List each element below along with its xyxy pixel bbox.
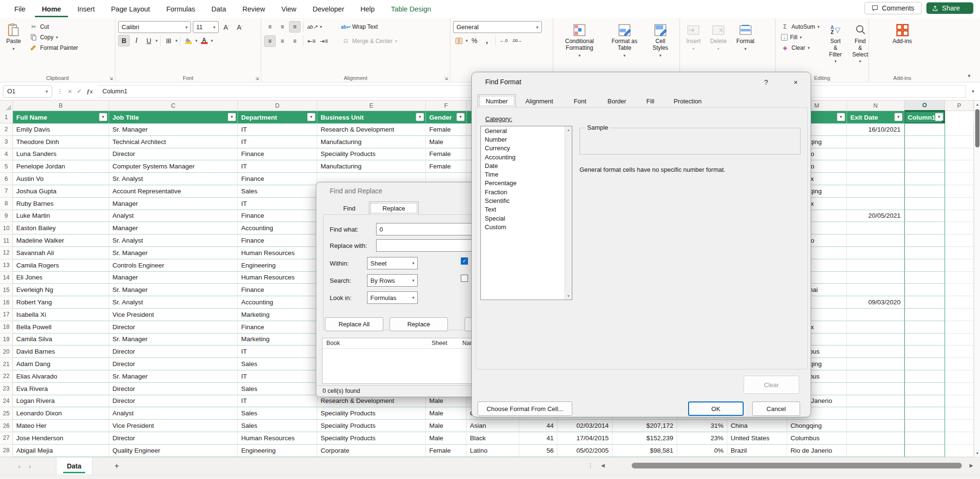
filter-dropdown-icon[interactable]: ▼: [894, 113, 902, 121]
cell-col1-18[interactable]: [904, 321, 945, 334]
collapse-ribbon-icon[interactable]: ▾: [968, 73, 970, 79]
table-header-name[interactable]: Full Name▼: [13, 111, 109, 123]
cell-dept-5[interactable]: IT: [238, 160, 317, 173]
accounting-chevron-icon[interactable]: ▾: [466, 38, 468, 43]
cell-job-20[interactable]: Director: [109, 345, 238, 358]
category-item-custom[interactable]: Custom: [481, 223, 565, 231]
align-left-icon[interactable]: ≡: [264, 35, 276, 47]
cell-bonus-27[interactable]: 23%: [677, 432, 727, 445]
cell-job-13[interactable]: Controls Engineer: [109, 259, 238, 272]
cell-salary-26[interactable]: $207,172: [612, 420, 677, 432]
font-dialog-launcher-icon[interactable]: ⇲: [255, 76, 259, 81]
hscroll-left-icon[interactable]: ◀: [601, 463, 605, 468]
cell-p-13[interactable]: [945, 259, 974, 272]
cell-p-16[interactable]: [945, 296, 974, 309]
cell-col1-23[interactable]: [904, 383, 945, 395]
row-header-12[interactable]: 12: [0, 247, 13, 259]
format-tab-protection[interactable]: Protection: [665, 94, 710, 108]
filter-dropdown-icon[interactable]: ▼: [228, 113, 236, 121]
cell-dept-20[interactable]: IT: [238, 345, 317, 358]
tab-find[interactable]: Find: [330, 201, 369, 215]
filter-dropdown-icon[interactable]: ▼: [307, 113, 315, 121]
cell-ethnicity-27[interactable]: Black: [467, 432, 519, 445]
cell-country-27[interactable]: United States: [727, 432, 787, 445]
cell-col1-9[interactable]: [904, 210, 945, 223]
cell-styles-button[interactable]: Cell Styles▾: [646, 21, 675, 60]
cell-job-14[interactable]: Manager: [109, 272, 238, 284]
cell-name-2[interactable]: Emily Davis: [13, 123, 109, 136]
row-header-15[interactable]: 15: [0, 284, 13, 296]
cell-hire_date-27[interactable]: 17/04/2015: [557, 432, 612, 445]
format-as-table-button[interactable]: Format as Table▾: [606, 21, 643, 60]
cell-exit_date-20[interactable]: [847, 345, 904, 358]
horizontal-scroll-thumb[interactable]: [632, 463, 962, 468]
accounting-format-icon[interactable]: $: [453, 35, 465, 46]
cell-exit_date-4[interactable]: [847, 148, 904, 161]
row-header-9[interactable]: 9: [0, 210, 13, 223]
format-tab-alignment[interactable]: Alignment: [517, 94, 562, 108]
cell-exit_date-2[interactable]: 16/10/2021: [847, 123, 904, 136]
category-item-fraction[interactable]: Fraction: [481, 188, 565, 196]
row-header-16[interactable]: 16: [0, 296, 13, 309]
category-item-text[interactable]: Text: [481, 205, 565, 214]
cell-col1-5[interactable]: [904, 160, 945, 173]
cell-col1-24[interactable]: [904, 395, 945, 408]
cell-exit_date-9[interactable]: 20/05/2021: [847, 210, 904, 223]
category-item-scientific[interactable]: Scientific: [481, 196, 565, 205]
copy-button[interactable]: Copy▾: [27, 33, 80, 42]
cell-gender-5[interactable]: Female: [426, 160, 467, 173]
addins-button[interactable]: Add-ins: [889, 21, 915, 47]
cell-job-2[interactable]: Sr. Manager: [109, 123, 238, 136]
share-chevron-icon[interactable]: ▾: [965, 6, 968, 11]
table-header-job[interactable]: Job Title▼: [109, 111, 238, 123]
cell-name-25[interactable]: Leonardo Dixon: [13, 407, 109, 420]
cell-dept-3[interactable]: IT: [238, 136, 317, 148]
new-sheet-button[interactable]: +: [114, 461, 119, 471]
cell-p-21[interactable]: [945, 358, 974, 370]
cell-col1-15[interactable]: [904, 284, 945, 296]
cell-job-26[interactable]: Vice President: [109, 420, 238, 432]
increase-decimal-icon[interactable]: ←.0: [498, 35, 510, 46]
column-letter-N[interactable]: N: [847, 100, 904, 111]
row-header-13[interactable]: 13: [0, 259, 13, 272]
cell-gender-3[interactable]: Male: [426, 136, 467, 148]
row-header-17[interactable]: 17: [0, 309, 13, 321]
cell-unit-4[interactable]: Speciality Products: [317, 148, 426, 161]
cell-dept-10[interactable]: Accounting: [238, 222, 317, 234]
menu-tab-insert[interactable]: Insert: [71, 1, 101, 17]
cell-name-13[interactable]: Camila Rogers: [13, 259, 109, 272]
cell-col1-13[interactable]: [904, 259, 945, 272]
italic-button[interactable]: I: [131, 35, 142, 46]
cell-exit_date-23[interactable]: [847, 383, 904, 395]
category-item-time[interactable]: Time: [481, 170, 565, 178]
cell-dept-27[interactable]: Human Resources: [238, 432, 317, 445]
category-item-number[interactable]: Number: [481, 135, 565, 144]
align-bottom-icon[interactable]: ≡: [289, 21, 301, 33]
cell-age-27[interactable]: 41: [519, 432, 557, 445]
row-header-22[interactable]: 22: [0, 370, 13, 383]
cell-dept-28[interactable]: Engineering: [238, 445, 317, 457]
cell-name-16[interactable]: Robert Yang: [13, 296, 109, 309]
cell-job-11[interactable]: Sr. Analyst: [109, 234, 238, 247]
font-size-select[interactable]: 11▾: [193, 21, 219, 33]
cell-col1-3[interactable]: [904, 136, 945, 148]
cell-col1-21[interactable]: [904, 358, 945, 370]
cell-col1-10[interactable]: [904, 222, 945, 234]
filter-dropdown-icon[interactable]: ▼: [416, 113, 424, 121]
delete-cells-button[interactable]: Delete▾: [707, 21, 730, 54]
fill-color-icon[interactable]: [183, 35, 194, 46]
cell-p-4[interactable]: [945, 148, 974, 161]
row-header-28[interactable]: 28: [0, 445, 13, 457]
sheet-tab-data[interactable]: Data: [56, 457, 92, 475]
cell-exit_date-12[interactable]: [847, 247, 904, 259]
fill-button[interactable]: ↓Fill▾: [779, 33, 822, 42]
scroll-up-icon[interactable]: ▲: [974, 100, 980, 108]
menu-tab-formulas[interactable]: Formulas: [159, 1, 201, 17]
menu-tab-table-design[interactable]: Table Design: [384, 1, 438, 17]
filter-dropdown-icon[interactable]: ▼: [457, 113, 465, 121]
row-header-24[interactable]: 24: [0, 395, 13, 408]
cell-exit_date-13[interactable]: [847, 259, 904, 272]
cell-unit-25[interactable]: Speciality Products: [317, 407, 426, 420]
category-item-general[interactable]: General: [481, 126, 565, 135]
match-entire-checkbox[interactable]: [461, 275, 468, 282]
